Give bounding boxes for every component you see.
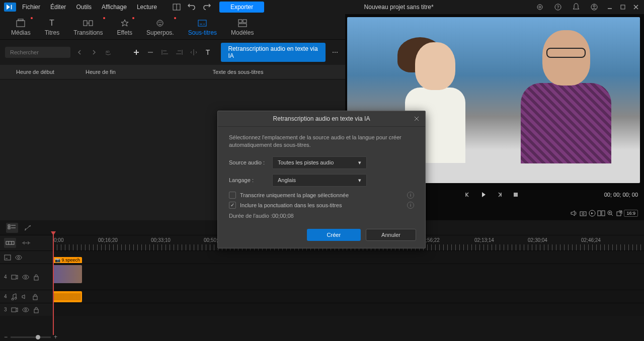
zoom-fit-icon[interactable] <box>606 209 615 218</box>
zoom-in-icon[interactable]: + <box>54 333 57 340</box>
svg-rect-47 <box>602 211 605 216</box>
tab-overlays[interactable]: Superpos. <box>139 16 181 39</box>
tab-templates[interactable]: Modèles <box>224 16 261 39</box>
subtitle-track-icon <box>4 254 11 261</box>
more-icon[interactable] <box>330 47 340 58</box>
svg-rect-13 <box>17 21 25 27</box>
tab-titles[interactable]: TTitres <box>38 16 67 39</box>
lock-icon[interactable] <box>33 306 39 313</box>
ruler-tick: 0;00 <box>54 237 63 243</box>
svg-point-67 <box>25 276 27 278</box>
prev-icon[interactable] <box>74 47 85 58</box>
svg-point-8 <box>593 5 595 7</box>
ai-transcribe-button[interactable]: Retranscription audio en texte via IA <box>221 43 326 62</box>
info-icon[interactable]: i <box>407 202 414 209</box>
tab-media[interactable]: Médias <box>4 16 38 39</box>
ruler-tick: 02;13;14 <box>474 237 494 243</box>
next-frame-icon[interactable] <box>495 190 504 199</box>
range-checkbox[interactable] <box>229 192 236 199</box>
snapshot-icon[interactable] <box>579 209 588 218</box>
tab-transitions[interactable]: Transitions <box>66 16 110 39</box>
zoom-slider[interactable] <box>11 336 51 338</box>
maximize-button[interactable] <box>619 3 627 11</box>
export-button[interactable]: Exporter <box>219 2 264 13</box>
notification-icon[interactable] <box>572 3 581 12</box>
tab-label: Superpos. <box>146 29 174 36</box>
track-subtitle <box>0 250 644 264</box>
menu-edit[interactable]: Éditer <box>46 2 70 13</box>
quality-icon[interactable] <box>588 209 597 218</box>
audio-clip[interactable] <box>53 291 82 302</box>
menu-file[interactable]: Fichier <box>18 2 44 13</box>
menu-tools[interactable]: Outils <box>72 2 96 13</box>
zoom-out-icon[interactable]: − <box>4 333 8 340</box>
eye-icon[interactable] <box>15 255 22 260</box>
compare-icon[interactable] <box>597 209 606 218</box>
dialog-title: Retranscription audio en texte via IA <box>218 111 425 127</box>
cancel-button[interactable]: Annuler <box>366 229 416 241</box>
redo-icon[interactable] <box>202 3 211 12</box>
col-start-time: Heure de début <box>0 69 70 75</box>
text-style-icon[interactable]: T <box>203 47 213 58</box>
help-icon[interactable]: ? <box>553 3 562 12</box>
svg-point-40 <box>335 52 336 53</box>
snap-icon[interactable] <box>4 238 16 248</box>
settings-icon[interactable] <box>535 3 544 12</box>
account-icon[interactable] <box>590 3 599 12</box>
minimize-button[interactable] <box>606 3 614 11</box>
create-button[interactable]: Créer <box>307 229 361 241</box>
lock-icon[interactable] <box>33 274 39 281</box>
track-manager-icon[interactable] <box>6 223 18 233</box>
svg-rect-21 <box>198 20 206 26</box>
lock-icon[interactable] <box>32 293 38 300</box>
svg-rect-24 <box>238 20 242 23</box>
svg-rect-54 <box>8 225 10 226</box>
replace-icon[interactable]: ab <box>103 47 114 58</box>
add-subtitle-icon[interactable] <box>131 47 141 58</box>
svg-rect-68 <box>34 277 38 280</box>
eye-icon[interactable] <box>22 275 29 280</box>
svg-rect-25 <box>243 20 247 23</box>
volume-icon[interactable] <box>570 209 579 218</box>
menu-playback[interactable]: Lecture <box>133 2 161 13</box>
track-audio: 4 <box>0 290 644 303</box>
aspect-ratio[interactable]: 16:9 <box>624 210 638 217</box>
punctuation-checkbox[interactable] <box>229 202 236 209</box>
search-input[interactable] <box>5 47 70 58</box>
razor-icon[interactable] <box>22 223 34 233</box>
source-select[interactable]: Toutes les pistes audio▾ <box>272 156 367 169</box>
tab-effects[interactable]: Effets <box>110 16 139 39</box>
remove-subtitle-icon[interactable] <box>145 47 156 58</box>
tab-subtitles[interactable]: Sous-titres <box>181 16 224 39</box>
audio-duration: Durée de l'audio :00;00;08 <box>229 213 414 219</box>
dialog-close-button[interactable] <box>412 114 421 123</box>
stop-icon[interactable] <box>511 190 520 199</box>
ruler-tick: 02;46;24 <box>581 237 601 243</box>
prev-frame-icon[interactable] <box>463 190 472 199</box>
col-subtitle-text: Texte des sous-titres <box>131 69 345 75</box>
align-right-icon[interactable] <box>174 47 185 58</box>
preview-timecode: 00; 00; 00; 00 <box>604 192 638 198</box>
link-icon[interactable] <box>20 238 32 248</box>
svg-rect-26 <box>238 24 247 27</box>
play-icon[interactable] <box>479 190 488 199</box>
language-select[interactable]: Anglais▾ <box>272 174 367 187</box>
undo-icon[interactable] <box>187 3 196 12</box>
detach-icon[interactable] <box>615 209 624 218</box>
svg-rect-65 <box>12 275 16 279</box>
ai-transcribe-dialog: Retranscription audio en texte via IA Sé… <box>217 111 426 248</box>
svg-point-66 <box>23 275 29 279</box>
playhead[interactable] <box>53 234 54 335</box>
next-icon[interactable] <box>89 47 100 58</box>
source-label: Source audio : <box>229 159 267 165</box>
align-left-icon[interactable] <box>159 47 170 58</box>
video-clip[interactable] <box>53 265 82 283</box>
menu-view[interactable]: Affichage <box>98 2 131 13</box>
split-icon[interactable] <box>188 47 199 58</box>
speaker-icon[interactable] <box>21 294 28 300</box>
svg-rect-46 <box>598 211 601 216</box>
eye-icon[interactable] <box>22 307 29 312</box>
layout-icon[interactable] <box>172 3 181 12</box>
info-icon[interactable]: i <box>407 192 414 199</box>
close-button[interactable] <box>632 3 640 11</box>
